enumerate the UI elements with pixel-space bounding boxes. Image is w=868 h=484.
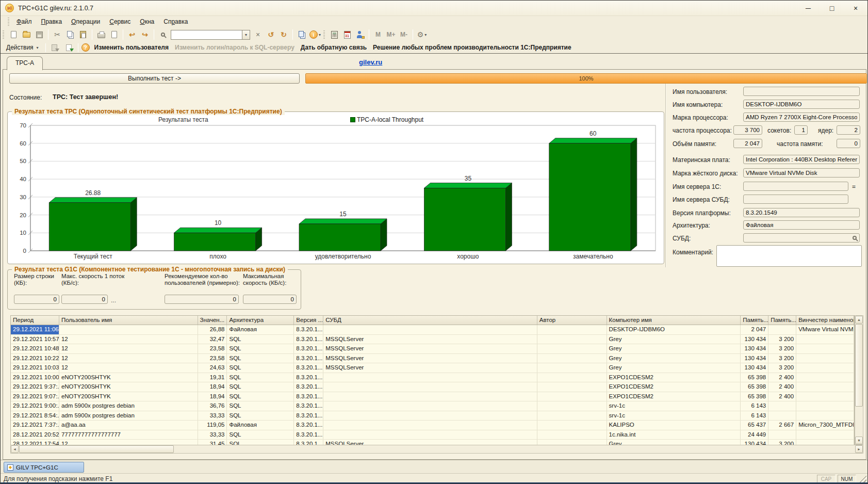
- rec-users-field[interactable]: [165, 295, 239, 304]
- help-button[interactable]: ?: [81, 43, 90, 52]
- memory-recall-button[interactable]: M: [372, 28, 384, 41]
- memory-add-button[interactable]: M+: [385, 28, 397, 41]
- max-speed-field[interactable]: [243, 295, 297, 304]
- undo-button[interactable]: ↩: [126, 28, 138, 41]
- cores-field[interactable]: [837, 125, 860, 135]
- col-dbms[interactable]: СУБД: [323, 316, 537, 325]
- save-button[interactable]: [33, 28, 45, 41]
- vertical-scrollbar[interactable]: ▲ ▼: [855, 315, 863, 445]
- horizontal-scrollbar[interactable]: ◄ ►: [10, 445, 863, 454]
- info-button[interactable]: i ▾: [308, 28, 322, 41]
- copy-button[interactable]: [64, 28, 76, 41]
- toolbar-grip[interactable]: [323, 30, 325, 39]
- print-button[interactable]: [95, 28, 107, 41]
- search-next-button[interactable]: ↻: [277, 28, 290, 41]
- run-test-button[interactable]: Выполнить тест ->: [9, 73, 300, 84]
- table-row[interactable]: 29.12.2021 9:07:...eNOTY200SHTYK18,94SQL…: [11, 392, 854, 402]
- col-computer[interactable]: Компьютер имя: [607, 316, 741, 325]
- change-user-button[interactable]: Изменить пользователя: [93, 44, 170, 51]
- memory-subtract-button[interactable]: M-: [398, 28, 410, 41]
- calculator-button[interactable]: [328, 28, 340, 41]
- comment-field[interactable]: [716, 245, 862, 267]
- solution-link-button[interactable]: Решение любых проблем производительности…: [371, 44, 573, 51]
- col-period[interactable]: Период: [11, 316, 59, 325]
- table-row[interactable]: 29.12.2021 9:00:...adm 5900x postgres de…: [11, 401, 854, 411]
- menubar-grip[interactable]: [8, 18, 9, 26]
- dbms-search-button[interactable]: [850, 234, 859, 242]
- redo-button[interactable]: ↪: [139, 28, 151, 41]
- computer-name-field[interactable]: [743, 100, 860, 109]
- windows-list-button[interactable]: [296, 28, 308, 41]
- menu-item-operations[interactable]: Операции: [67, 17, 105, 26]
- menu-item-edit[interactable]: Правка: [37, 17, 67, 26]
- table-row[interactable]: 29.12.2021 8:54:...adm 5900x postgres de…: [11, 411, 854, 421]
- horizontal-scroll-thumb[interactable]: [19, 445, 174, 453]
- scroll-left-icon[interactable]: ◄: [11, 445, 19, 453]
- col-value[interactable]: Значен...: [198, 316, 227, 325]
- scroll-right-icon[interactable]: ►: [855, 445, 863, 453]
- open-button[interactable]: [20, 28, 32, 41]
- resize-grip[interactable]: [859, 475, 866, 482]
- max-speed1-field[interactable]: [61, 295, 108, 304]
- toolbar-grip[interactable]: [3, 30, 4, 39]
- calendar-button[interactable]: 31: [341, 28, 353, 41]
- tab-tpc-a[interactable]: TPC-A: [7, 56, 43, 70]
- col-memory2[interactable]: Память...: [768, 316, 796, 325]
- col-user[interactable]: Пользователь имя: [59, 316, 198, 325]
- col-version[interactable]: Версия ...: [294, 316, 323, 325]
- user-permissions-button[interactable]: [354, 28, 366, 41]
- feedback-button[interactable]: Дать обратную связь: [299, 44, 368, 51]
- menu-item-help[interactable]: Справка: [159, 17, 192, 26]
- user-name-field[interactable]: [743, 87, 860, 96]
- save-results-button[interactable]: [63, 42, 75, 53]
- cpu-freq-field[interactable]: [733, 125, 762, 135]
- menu-item-service[interactable]: Сервис: [105, 17, 135, 26]
- cut-button[interactable]: ✂: [51, 28, 63, 41]
- table-row[interactable]: 29.12.2021 10:22...1223,58SQL8.3.20.1...…: [11, 354, 854, 364]
- minimize-button[interactable]: ─: [796, 1, 820, 16]
- settings-button[interactable]: ⚙ ▾: [416, 28, 428, 41]
- motherboard-field[interactable]: [743, 155, 860, 164]
- platform-field[interactable]: [743, 208, 860, 217]
- search-input[interactable]: [171, 30, 242, 40]
- table-row[interactable]: 29.12.2021 11:06...26,88Файловая8.3.20.1…: [11, 325, 854, 335]
- sockets-field[interactable]: [794, 125, 808, 135]
- server-1c-field[interactable]: [743, 182, 848, 191]
- load-settings-button[interactable]: [49, 42, 60, 53]
- menu-item-windows[interactable]: Окна: [135, 17, 159, 26]
- find-button[interactable]: [157, 28, 169, 41]
- clear-search-button[interactable]: ×: [252, 28, 264, 41]
- table-row[interactable]: 29.12.2021 9:37:...eNOTY200SHTYK18,94SQL…: [11, 382, 854, 392]
- combo-dropdown-icon[interactable]: ▼: [242, 30, 250, 40]
- dbms-field[interactable]: [743, 233, 860, 243]
- print-preview-button[interactable]: [108, 28, 120, 41]
- col-memory[interactable]: Память...: [741, 316, 768, 325]
- col-author[interactable]: Автор: [537, 316, 607, 325]
- col-architecture[interactable]: Архитектура: [227, 316, 294, 325]
- menu-item-file[interactable]: Файл: [12, 17, 37, 26]
- table-row[interactable]: 29.12.2021 10:03...1224,63SQL8.3.20.1...…: [11, 363, 854, 373]
- table-row[interactable]: 29.12.2021 10:57...1232,47SQL8.3.20.1...…: [11, 335, 854, 345]
- table-row[interactable]: 29.12.2021 10:48...1223,58SQL8.3.20.1...…: [11, 344, 854, 354]
- close-button[interactable]: ×: [844, 1, 867, 16]
- table-row[interactable]: 28.12.2021 20:52...77777777777777777733,…: [11, 430, 854, 440]
- ram-field[interactable]: [733, 139, 762, 148]
- hdd-field[interactable]: [743, 168, 860, 178]
- paste-button[interactable]: [77, 28, 89, 41]
- new-document-button[interactable]: [7, 28, 20, 41]
- row-size-field[interactable]: [14, 295, 59, 304]
- scroll-down-icon[interactable]: ▼: [855, 437, 863, 444]
- server-db-field[interactable]: [743, 195, 848, 204]
- actions-button[interactable]: Действия ▾: [3, 43, 42, 52]
- cpu-field[interactable]: [743, 112, 860, 122]
- gilev-ru-link[interactable]: gilev.ru: [359, 58, 382, 66]
- table-row[interactable]: 28.12.2021 17:54...1231,45SQL8.3.20.1...…: [11, 440, 854, 445]
- window-tab-gilv[interactable]: ◆ GILV TPC+G1C: [4, 462, 84, 473]
- arch-field[interactable]: [743, 220, 860, 230]
- maximize-button[interactable]: □: [820, 1, 844, 16]
- table-row[interactable]: 29.12.2021 7:37:...a@aa.aa119,05Файловая…: [11, 421, 854, 430]
- table-row[interactable]: 29.12.2021 10:00...eNOTY200SHTYK19,31SQL…: [11, 373, 854, 383]
- search-prev-button[interactable]: ↺: [265, 28, 277, 41]
- scroll-up-icon[interactable]: ▲: [855, 316, 863, 324]
- col-disk[interactable]: Винчестер наименов...: [796, 316, 854, 325]
